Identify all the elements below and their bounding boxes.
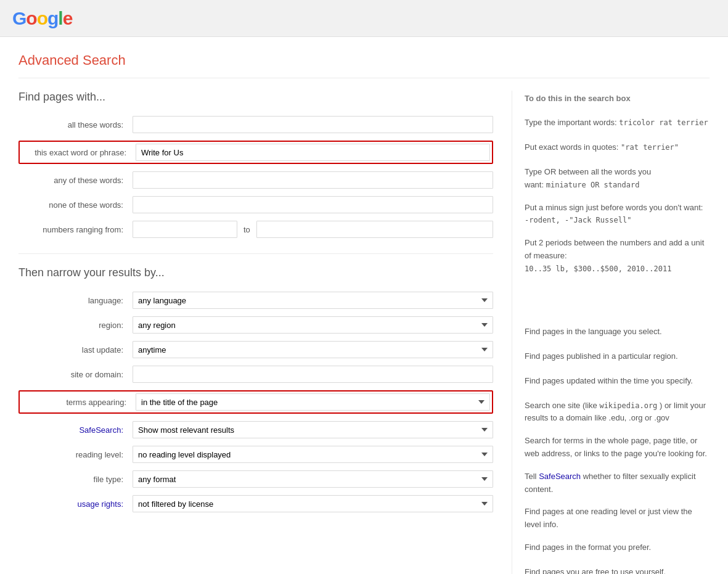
exact-phrase-row-highlighted: this exact word or phrase: [18, 141, 493, 164]
title-bar: Advanced Search [18, 37, 710, 78]
terms-appearing-help-text: Search for terms in the whole page, page… [525, 436, 707, 458]
usage-rights-help: Find pages you are free to use yourself. [525, 565, 710, 574]
exact-phrase-help: Put exact words in quotes: "rat terrier" [525, 140, 710, 157]
google-logo: Google [12, 8, 72, 29]
page-content: Advanced Search Find pages with... all t… [0, 37, 728, 574]
any-words-help: Type OR between all the words you want: … [525, 165, 710, 193]
usage-rights-link[interactable]: usage rights: [78, 499, 123, 509]
region-row: region: any region [18, 316, 493, 334]
any-words-row: any of these words: [18, 171, 493, 189]
numbers-to-input[interactable] [256, 221, 493, 238]
right-spacer [525, 284, 710, 324]
reading-level-help: Find pages at one reading level or just … [525, 504, 710, 533]
none-words-label: none of these words: [18, 200, 133, 210]
none-words-example: -rodent, -"Jack Russell" [525, 216, 631, 224]
language-help: Find pages in the language you select. [525, 324, 710, 342]
header: Google [0, 0, 728, 37]
language-help-text: Find pages in the language you select. [525, 327, 662, 336]
safesearch-select[interactable]: Show most relevant results Filter explic… [133, 421, 493, 438]
narrow-results-header: Then narrow your results by... [18, 266, 493, 279]
any-words-help-text: Type OR between all the words you want: … [525, 167, 651, 189]
exact-phrase-help-text: Put exact words in quotes: "rat terrier" [525, 142, 679, 152]
logo-o2: o [37, 8, 47, 28]
page-title: Advanced Search [18, 52, 710, 68]
last-update-select[interactable]: anytime past 24 hours past week past mon… [133, 341, 493, 358]
none-words-help-text: Put a minus sign just before words you d… [525, 203, 703, 225]
numbers-row: numbers ranging from: to [18, 221, 493, 238]
all-words-label: all these words: [18, 120, 133, 129]
region-label: region: [18, 321, 133, 330]
numbers-example: 10..35 lb, $300..$500, 2010..2011 [525, 264, 671, 273]
right-panel: To do this in the search box Type the im… [512, 91, 710, 574]
left-panel: Find pages with... all these words: this… [18, 91, 512, 574]
all-words-help-text: Type the important words: tricolor rat t… [525, 118, 708, 127]
last-update-label: last update: [18, 345, 133, 355]
file-type-label: file type: [18, 475, 133, 484]
language-select[interactable]: any language Arabic English [133, 292, 493, 309]
file-type-help: Find pages in the format you prefer. [525, 540, 710, 557]
logo-o1: o [26, 8, 36, 28]
all-words-row: all these words: [18, 116, 493, 133]
usage-rights-select[interactable]: not filtered by license free to use or s… [133, 495, 493, 512]
any-words-input[interactable] [133, 171, 493, 189]
numbers-help-text: Put 2 periods between the numbers and ad… [525, 238, 704, 273]
reading-level-help-text: Find pages at one reading level or just … [525, 507, 692, 529]
terms-appearing-label: terms appearing: [22, 398, 136, 407]
site-domain-help-text: Search one site (like wikipedia.org ) or… [525, 401, 706, 423]
safesearch-row: SafeSearch: Show most relevant results F… [18, 421, 493, 438]
find-pages-header: Find pages with... [18, 91, 493, 104]
main-layout: Find pages with... all these words: this… [18, 78, 710, 574]
numbers-from-input[interactable] [133, 221, 237, 238]
section-divider-1 [18, 253, 493, 254]
reading-level-select[interactable]: no reading level displayed show reading … [133, 446, 493, 463]
file-type-select[interactable]: any format Adobe Acrobat PDF (.pdf) Adob… [133, 470, 493, 488]
numbers-help: Put 2 periods between the numbers and ad… [525, 236, 710, 276]
to-text: to [243, 225, 250, 234]
file-type-help-text: Find pages in the format you prefer. [525, 543, 651, 552]
logo-g: G [12, 8, 26, 28]
terms-appearing-select[interactable]: anywhere in the page in the title of the… [136, 393, 490, 411]
site-domain-row: site or domain: [18, 366, 493, 383]
site-domain-example: wikipedia.org [599, 401, 657, 410]
none-words-help: Put a minus sign just before words you d… [525, 200, 710, 229]
safesearch-label: SafeSearch: [18, 425, 133, 435]
safesearch-help: Tell SafeSearch whether to filter sexual… [525, 469, 710, 498]
exact-phrase-example: "rat terrier" [621, 143, 679, 152]
all-words-example: tricolor rat terrier [619, 118, 708, 127]
usage-rights-row: usage rights: not filtered by license fr… [18, 495, 493, 512]
usage-rights-help-text: Find pages you are free to use yourself. [525, 567, 666, 574]
region-select[interactable]: any region [133, 316, 493, 334]
all-words-input[interactable] [133, 116, 493, 133]
region-help: Find pages published in a particular reg… [525, 349, 710, 366]
language-label: language: [18, 296, 133, 305]
last-update-row: last update: anytime past 24 hours past … [18, 341, 493, 358]
last-update-help: Find pages updated within the time you s… [525, 374, 710, 391]
site-domain-help: Search one site (like wikipedia.org ) or… [525, 398, 710, 427]
all-words-help: Type the important words: tricolor rat t… [525, 115, 710, 133]
exact-phrase-label: this exact word or phrase: [22, 148, 136, 157]
right-panel-header: To do this in the search box [525, 91, 710, 103]
none-words-row: none of these words: [18, 196, 493, 213]
safesearch-link[interactable]: SafeSearch: [79, 425, 123, 435]
terms-appearing-row-highlighted: terms appearing: anywhere in the page in… [18, 390, 493, 414]
exact-phrase-input[interactable] [136, 144, 490, 161]
language-row: language: any language Arabic English [18, 292, 493, 309]
usage-rights-label: usage rights: [18, 499, 133, 509]
numbers-label: numbers ranging from: [18, 225, 133, 234]
reading-level-row: reading level: no reading level displaye… [18, 446, 493, 463]
last-update-help-text: Find pages updated within the time you s… [525, 376, 693, 385]
logo-g2: g [47, 8, 58, 28]
file-type-row: file type: any format Adobe Acrobat PDF … [18, 470, 493, 488]
safesearch-help-link[interactable]: SafeSearch [539, 472, 581, 481]
site-domain-input[interactable] [133, 366, 493, 383]
safesearch-help-text: Tell SafeSearch whether to filter sexual… [525, 472, 696, 494]
site-domain-label: site or domain: [18, 370, 133, 379]
any-words-example: miniature OR standard [546, 181, 640, 189]
logo-l: l [58, 8, 62, 28]
none-words-input[interactable] [133, 196, 493, 213]
logo-e: e [63, 8, 73, 28]
region-help-text: Find pages published in a particular reg… [525, 351, 678, 361]
any-words-label: any of these words: [18, 176, 133, 185]
terms-appearing-help: Search for terms in the whole page, page… [525, 433, 710, 462]
reading-level-label: reading level: [18, 450, 133, 459]
